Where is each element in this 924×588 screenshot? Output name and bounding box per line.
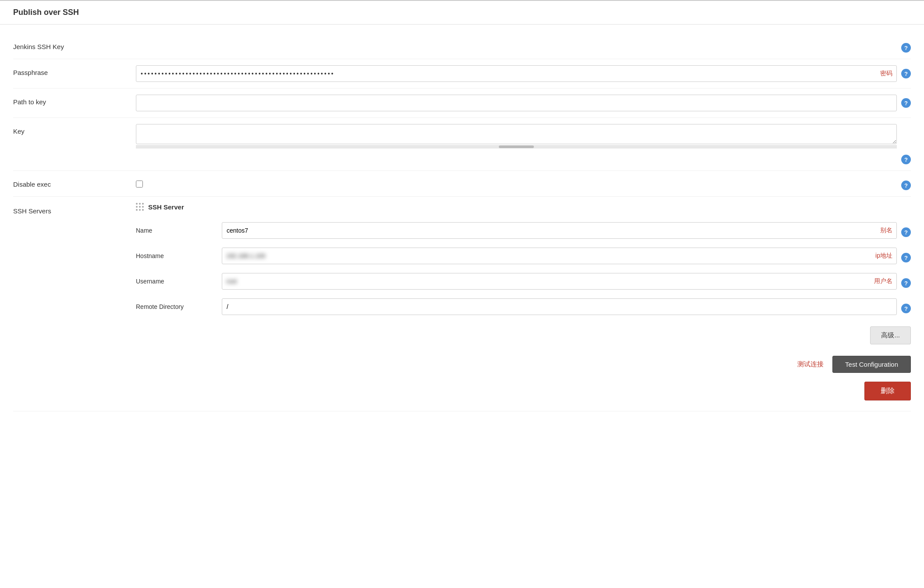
passphrase-help-icon[interactable]: ? — [901, 69, 911, 78]
key-textarea-wrap — [136, 124, 897, 149]
ssh-name-input[interactable] — [222, 222, 897, 239]
ssh-name-row: Name 别名 ? — [136, 218, 911, 243]
ssh-name-control: 别名 ? — [222, 222, 911, 239]
test-configuration-button[interactable]: Test Configuration — [832, 356, 911, 373]
jenkins-ssh-key-row: Jenkins SSH Key ? — [13, 33, 911, 59]
ssh-server-header: SSH Server — [136, 203, 911, 211]
section-title: Publish over SSH — [13, 8, 79, 17]
disable-exec-checkbox[interactable] — [136, 181, 143, 188]
ssh-name-input-wrap: 别名 — [222, 222, 897, 239]
ssh-hostname-label: Hostname — [136, 252, 215, 259]
key-scrollbar-thumb — [499, 145, 534, 148]
ssh-servers-row: SSH Servers SSH Server Name — [13, 197, 911, 411]
delete-row: 删除 — [136, 377, 911, 405]
path-to-key-row: Path to key ? — [13, 89, 911, 118]
ssh-remote-dir-input[interactable] — [222, 298, 897, 315]
page-container: Publish over SSH Jenkins SSH Key ? Passp… — [0, 0, 924, 588]
passphrase-input-wrap: 密码 — [136, 65, 897, 82]
path-to-key-label: Path to key — [13, 95, 136, 106]
ssh-name-label: Name — [136, 227, 215, 234]
disable-exec-control: ? — [136, 177, 911, 190]
passphrase-row: Passphrase 密码 ? — [13, 59, 911, 89]
ssh-remote-dir-help-icon[interactable]: ? — [901, 304, 911, 313]
passphrase-control: 密码 ? — [136, 65, 911, 82]
ssh-username-control: 用户名 root ? — [222, 273, 911, 290]
ssh-hostname-input[interactable] — [222, 248, 897, 264]
passphrase-input[interactable] — [136, 65, 897, 82]
key-help-icon[interactable]: ? — [901, 155, 911, 164]
key-scrollbar — [136, 145, 897, 149]
section-header: Publish over SSH — [0, 0, 924, 25]
drag-handle[interactable] — [136, 203, 144, 211]
delete-button[interactable]: 删除 — [864, 382, 911, 400]
disable-exec-checkbox-wrap — [136, 177, 143, 188]
key-control: ? — [136, 124, 911, 164]
disable-exec-label: Disable exec — [13, 177, 136, 188]
ssh-remote-dir-input-wrap — [222, 298, 897, 315]
test-connection-label: 测试连接 — [797, 360, 824, 368]
key-textarea[interactable] — [136, 124, 897, 144]
form-body: Jenkins SSH Key ? Passphrase 密码 ? Path t… — [0, 25, 924, 420]
ssh-name-help-icon[interactable]: ? — [901, 227, 911, 237]
ssh-remote-dir-row: Remote Directory ? — [136, 294, 911, 319]
ssh-server-title: SSH Server — [148, 203, 184, 211]
ssh-username-row: Username 用户名 root ? — [136, 269, 911, 294]
jenkins-ssh-key-help-icon[interactable]: ? — [901, 43, 911, 53]
ssh-hostname-help-icon[interactable]: ? — [901, 253, 911, 262]
ssh-remote-dir-label: Remote Directory — [136, 303, 215, 310]
key-row: Key ? — [13, 118, 911, 171]
key-label: Key — [13, 124, 136, 135]
jenkins-ssh-key-control: ? — [136, 39, 911, 53]
ssh-hostname-control: ip地址 192.168.1.100 ? — [222, 248, 911, 264]
path-to-key-input[interactable] — [136, 95, 897, 111]
ssh-username-input[interactable] — [222, 273, 897, 290]
jenkins-ssh-key-label: Jenkins SSH Key — [13, 39, 136, 50]
ssh-hostname-input-wrap: ip地址 192.168.1.100 — [222, 248, 897, 264]
ssh-hostname-row: Hostname ip地址 192.168.1.100 ? — [136, 243, 911, 269]
ssh-server-fields: Name 别名 ? Hostname — [136, 218, 911, 319]
path-to-key-control: ? — [136, 95, 911, 111]
passphrase-label: Passphrase — [13, 65, 136, 76]
disable-exec-row: Disable exec ? — [13, 171, 911, 197]
advanced-button[interactable]: 高级... — [870, 326, 911, 344]
ssh-remote-dir-control: ? — [222, 298, 911, 315]
ssh-servers-label: SSH Servers — [13, 203, 136, 215]
ssh-username-label: Username — [136, 278, 215, 285]
test-config-row: 测试连接 Test Configuration — [136, 351, 911, 377]
ssh-servers-wrap: SSH Server Name 别名 ? — [136, 203, 911, 405]
ssh-username-help-icon[interactable]: ? — [901, 278, 911, 288]
ssh-username-input-wrap: 用户名 root — [222, 273, 897, 290]
advanced-buttons-row: 高级... — [136, 319, 911, 351]
disable-exec-help-icon[interactable]: ? — [901, 181, 911, 190]
path-to-key-help-icon[interactable]: ? — [901, 98, 911, 108]
